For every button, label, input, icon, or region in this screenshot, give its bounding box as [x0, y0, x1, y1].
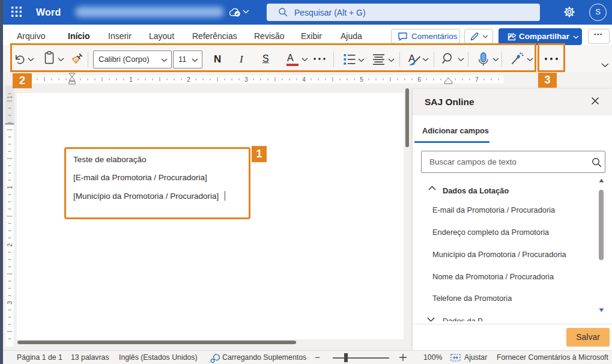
svg-text:2: 2 [7, 243, 13, 247]
svg-text:1: 1 [7, 186, 13, 189]
svg-text:7: 7 [475, 76, 479, 83]
svg-text:5: 5 [360, 76, 363, 83]
svg-text:1: 1 [129, 76, 133, 83]
svg-text:1: 1 [7, 96, 13, 99]
svg-text:3: 3 [7, 301, 13, 305]
svg-text:3: 3 [244, 76, 248, 83]
svg-text:4: 4 [302, 76, 306, 83]
svg-text:2: 2 [187, 76, 190, 83]
svg-text:6: 6 [417, 76, 421, 83]
